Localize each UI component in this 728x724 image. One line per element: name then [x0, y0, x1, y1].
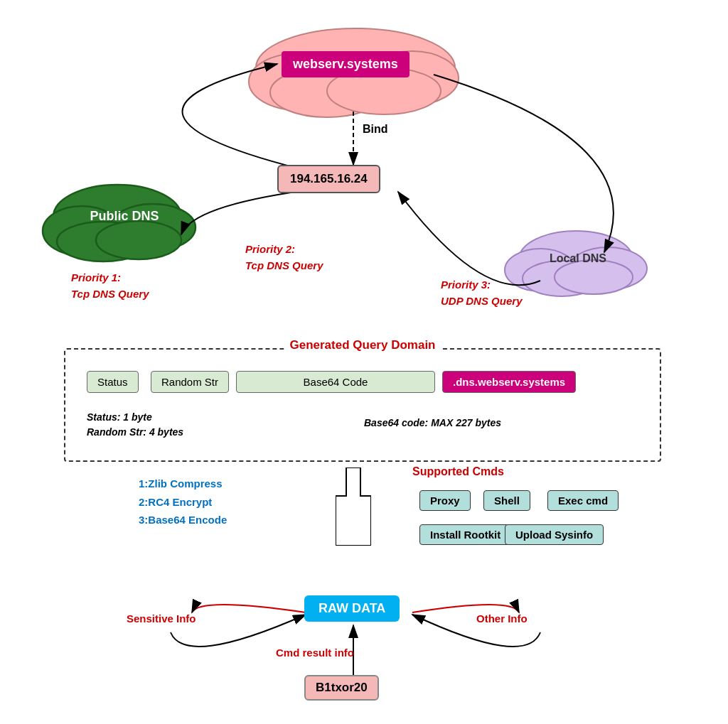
bind-label: Bind [363, 123, 388, 136]
priority2-label: Priority 2: Tcp DNS Query [245, 242, 323, 274]
b1txor-box: B1txor20 [304, 675, 379, 701]
svg-point-11 [57, 222, 149, 261]
cmd-install-rootkit[interactable]: Install Rootkit [419, 524, 511, 545]
cmd-shell[interactable]: Shell [483, 490, 530, 511]
webserv-systems-label: webserv.systems [282, 51, 410, 77]
supported-cmds-title: Supported Cmds [412, 465, 504, 478]
domain-base64-code: Base64 Code [236, 371, 435, 393]
public-dns-label: Public DNS [78, 208, 171, 225]
cmd-upload-sysinfo[interactable]: Upload Sysinfo [505, 524, 604, 545]
domain-notes2: Base64 code: MAX 227 bytes [364, 417, 501, 428]
cmd-exec[interactable]: Exec cmd [547, 490, 619, 511]
up-arrow-encoding [336, 468, 371, 546]
svg-point-16 [523, 261, 601, 296]
raw-data-box: RAW DATA [304, 595, 400, 622]
domain-random-str: Random Str [151, 371, 229, 393]
diagram: webserv.systems Bind 194.165.16.24 Publi… [0, 0, 728, 724]
domain-status: Status [87, 371, 139, 393]
other-info-label: Other Info [476, 612, 528, 625]
ip-address-box: 194.165.16.24 [277, 165, 380, 193]
cmd-proxy[interactable]: Proxy [419, 490, 471, 511]
local-dns-label: Local DNS [546, 252, 610, 265]
encoding-steps: 1:Zlib Compress 2:RC4 Encrypt 3:Base64 E… [139, 475, 227, 529]
priority3-label: Priority 3: UDP DNS Query [441, 277, 522, 309]
svg-point-12 [96, 221, 181, 259]
query-domain-area: Generated Query Domain Status Random Str… [64, 348, 661, 462]
svg-marker-20 [336, 468, 371, 546]
sensitive-info-label: Sensitive Info [127, 612, 196, 625]
svg-point-17 [555, 260, 633, 294]
domain-notes: Status: 1 byte Random Str: 4 bytes [87, 410, 183, 440]
query-domain-title: Generated Query Domain [284, 338, 441, 352]
priority1-label: Priority 1: Tcp DNS Query [71, 270, 149, 302]
domain-dns-suffix: .dns.webserv.systems [442, 371, 576, 393]
cmd-result-label: Cmd result info [276, 647, 354, 659]
